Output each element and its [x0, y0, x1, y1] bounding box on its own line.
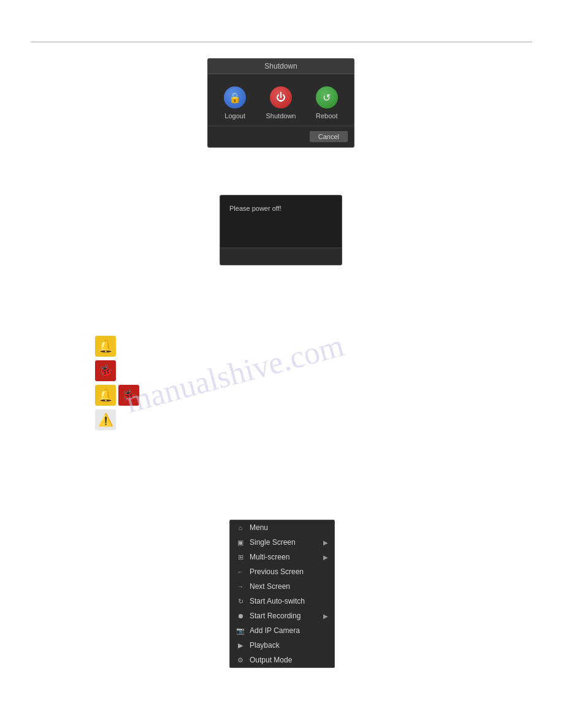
poweroff-text: Please power off!: [220, 195, 342, 212]
menu-icon-home: ⌂: [236, 523, 245, 532]
shutdown-buttons-row: 🔒 Logout ⏻ Shutdown ↺ Reboot: [208, 74, 354, 126]
icon-row-bell-motion: 🔔 🐞: [95, 385, 139, 406]
shutdown-dialog: Shutdown 🔒 Logout ⏻ Shutdown ↺ Reboot Ca…: [207, 58, 354, 148]
auto-switch-icon: ↻: [236, 597, 245, 605]
menu-label-auto-switch: Start Auto-switch: [250, 597, 305, 605]
single-screen-icon: ▣: [236, 538, 245, 547]
poweroff-footer: [220, 248, 342, 265]
output-mode-icon: ⚙: [236, 656, 245, 664]
menu-item-single-screen[interactable]: ▣ Single Screen ▶: [230, 535, 334, 550]
logout-button-item[interactable]: 🔒 Logout: [224, 86, 246, 119]
shutdown-title: Shutdown: [208, 59, 354, 74]
menu-label-single-screen: Single Screen: [250, 538, 296, 547]
shutdown-button-item[interactable]: ⏻ Shutdown: [266, 86, 296, 119]
menu-label-multi-screen: Multi-screen: [250, 553, 289, 561]
motion-icon-2: 🐞: [118, 385, 139, 406]
single-screen-arrow: ▶: [323, 539, 328, 546]
menu-label-next-screen: Next Screen: [250, 582, 290, 591]
bell-icon-2: 🔔: [95, 385, 116, 406]
menu-label-start-recording: Start Recording: [250, 612, 301, 620]
warning-icon: ⚠️: [95, 409, 116, 430]
context-menu: ⌂ Menu ▣ Single Screen ▶ ⊞ Multi-screen …: [229, 520, 335, 668]
top-divider: [31, 42, 532, 42]
menu-label-menu: Menu: [250, 523, 268, 532]
menu-label-output-mode: Output Mode: [250, 656, 292, 664]
multi-screen-arrow: ▶: [323, 554, 328, 561]
menu-item-multi-screen[interactable]: ⊞ Multi-screen ▶: [230, 550, 334, 564]
motion-icon: 🐞: [95, 360, 116, 381]
logout-label: Logout: [224, 112, 245, 119]
next-screen-icon: →: [236, 582, 245, 591]
shutdown-cancel-row: Cancel: [208, 126, 354, 147]
reboot-button-item[interactable]: ↺ Reboot: [316, 86, 338, 119]
bell-icon: 🔔: [95, 336, 116, 357]
menu-item-previous-screen[interactable]: ← Previous Screen: [230, 564, 334, 579]
menu-item-playback[interactable]: ▶ Playback: [230, 638, 334, 653]
start-recording-icon: ⏺: [236, 612, 245, 620]
menu-item-menu[interactable]: ⌂ Menu: [230, 520, 334, 535]
icon-row-motion: 🐞: [95, 360, 139, 381]
multi-screen-icon: ⊞: [236, 553, 245, 561]
menu-item-next-screen[interactable]: → Next Screen: [230, 579, 334, 594]
shutdown-icon[interactable]: ⏻: [270, 86, 292, 108]
icons-section: 🔔 🐞 🔔 🐞 ⚠️: [95, 336, 139, 430]
reboot-icon[interactable]: ↺: [316, 86, 338, 108]
playback-icon: ▶: [236, 641, 245, 650]
watermark: manualshive.com: [122, 327, 348, 420]
shutdown-label: Shutdown: [266, 112, 296, 119]
menu-label-playback: Playback: [250, 641, 280, 650]
add-ip-camera-icon: 📷: [236, 626, 245, 635]
cancel-button[interactable]: Cancel: [310, 131, 348, 142]
poweroff-dialog: Please power off!: [220, 195, 342, 265]
start-recording-arrow: ▶: [323, 613, 328, 620]
menu-item-start-recording[interactable]: ⏺ Start Recording ▶: [230, 609, 334, 623]
logout-icon[interactable]: 🔒: [224, 86, 246, 108]
menu-item-add-ip-camera[interactable]: 📷 Add IP Camera: [230, 623, 334, 638]
icon-row-bell: 🔔: [95, 336, 139, 357]
icon-row-warning: ⚠️: [95, 409, 139, 430]
menu-item-auto-switch[interactable]: ↻ Start Auto-switch: [230, 594, 334, 609]
menu-item-output-mode[interactable]: ⚙ Output Mode: [230, 653, 334, 667]
menu-label-previous-screen: Previous Screen: [250, 567, 304, 576]
previous-screen-icon: ←: [236, 567, 245, 576]
menu-label-add-ip-camera: Add IP Camera: [250, 626, 300, 635]
reboot-label: Reboot: [316, 112, 337, 119]
